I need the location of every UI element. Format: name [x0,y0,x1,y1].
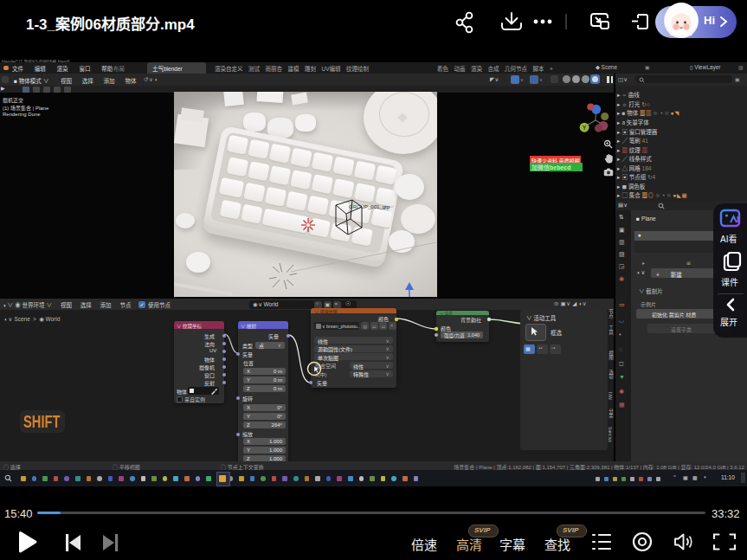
svg-text:Y: Y [583,125,587,131]
